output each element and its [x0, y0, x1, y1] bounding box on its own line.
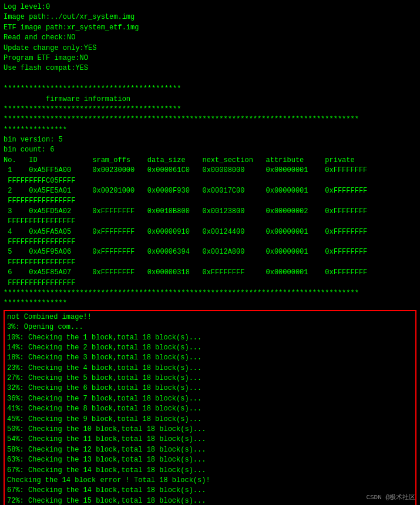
hl-line-6: 27%: Checking the 5 block,total 18 block…	[7, 373, 413, 383]
line-row1a: 1 0xA5FF5A00 0x00230000 0x000061C0 0x000…	[4, 166, 416, 176]
hl-line-5: 23%: Checking the 4 block,total 18 block…	[7, 363, 413, 373]
hl-line-10: 45%: Checking the 9 block,total 18 block…	[7, 415, 413, 425]
line-bincount: bin count: 6	[4, 145, 416, 155]
line-stars4: ***************	[4, 125, 416, 135]
line-flash: Use flash compat:YES	[4, 63, 416, 73]
line-row4b: FFFFFFFFFFFFFFFF	[4, 237, 416, 247]
hl-line-11: 50%: Checking the 10 block,total 18 bloc…	[7, 425, 413, 435]
hl-line-8: 36%: Checking the 7 block,total 18 block…	[7, 394, 413, 404]
line-imgpath: Image path:../out/xr_system.img	[4, 12, 416, 22]
line-binver: bin version: 5	[4, 135, 416, 145]
terminal: Log level:0 Image path:../out/xr_system.…	[0, 0, 420, 505]
watermark: CSDN @极术社区	[366, 493, 415, 501]
hl-line-9: 41%: Checking the 8 block,total 18 block…	[7, 404, 413, 414]
line-row5a: 5 0xA5F95A06 0xFFFFFFFF 0x00006394 0x001…	[4, 247, 416, 257]
line-row4a: 4 0xA5FA5A05 0xFFFFFFFF 0x00000910 0x001…	[4, 227, 416, 237]
line-update: Update change only:YES	[4, 43, 416, 53]
line-row6a: 6 0xA5F85A07 0xFFFFFFFF 0x00000318 0xFFF…	[4, 268, 416, 278]
header-section: Log level:0 Image path:../out/xr_system.…	[4, 2, 416, 309]
line-stars1: ****************************************…	[4, 84, 416, 94]
line-stars3: ****************************************…	[4, 115, 416, 124]
highlighted-output: not Combined image!! 3%: Opening com... …	[4, 310, 416, 505]
hl-line-17: 72%: Checking the 15 block,total 18 bloc…	[7, 496, 413, 505]
line-program: Program ETF image:NO	[4, 53, 416, 63]
hl-line-14: 63%: Checking the 13 block,total 18 bloc…	[7, 455, 413, 465]
hl-line-0: not Combined image!!	[7, 312, 413, 322]
hl-line-15: 67%: Checking the 14 block,total 18 bloc…	[7, 466, 413, 476]
hl-line-error: Checking the 14 block error ! Total 18 b…	[7, 476, 413, 486]
line-loglevel: Log level:0	[4, 2, 416, 12]
hl-line-12: 54%: Checking the 11 block,total 18 bloc…	[7, 435, 413, 445]
hl-line-1: 3%: Opening com...	[7, 322, 413, 332]
hl-line-4: 18%: Checking the 3 block,total 18 block…	[7, 353, 413, 363]
line-etf: ETF image path:xr_system_etf.img	[4, 23, 416, 33]
line-blank	[4, 74, 416, 84]
line-row3a: 3 0xA5FD5A02 0xFFFFFFFF 0x0010B800 0x001…	[4, 207, 416, 217]
line-row2b: FFFFFFFFFFFFFFFF	[4, 196, 416, 206]
hl-line-16: 67%: Checking the 14 block,total 18 bloc…	[7, 486, 413, 496]
line-row2a: 2 0xA5FE5A01 0x00201000 0x0000F930 0x000…	[4, 186, 416, 196]
line-readcheck: Read and check:NO	[4, 33, 416, 43]
line-tableheader: No. ID sram_offs data_size next_section …	[4, 156, 416, 166]
hl-line-2: 10%: Checking the 1 block,total 18 block…	[7, 333, 413, 343]
line-row6b: FFFFFFFFFFFFFFFF	[4, 278, 416, 288]
hl-line-13: 58%: Checking the 12 block,total 18 bloc…	[7, 445, 413, 455]
line-stars5: ****************************************…	[4, 288, 416, 298]
line-row5b: FFFFFFFFFFFFFFFF	[4, 258, 416, 268]
line-stars6: ***************	[4, 298, 416, 308]
line-row1b: FFFFFFFFFC05FFFF	[4, 176, 416, 186]
hl-line-3: 14%: Checking the 2 block,total 18 block…	[7, 343, 413, 353]
line-fw-info: firmware information	[4, 95, 416, 105]
line-row3b: FFFFFFFFFFFFFFFF	[4, 217, 416, 227]
hl-line-7: 32%: Checking the 6 block,total 18 block…	[7, 383, 413, 393]
line-stars2: ****************************************…	[4, 105, 416, 115]
